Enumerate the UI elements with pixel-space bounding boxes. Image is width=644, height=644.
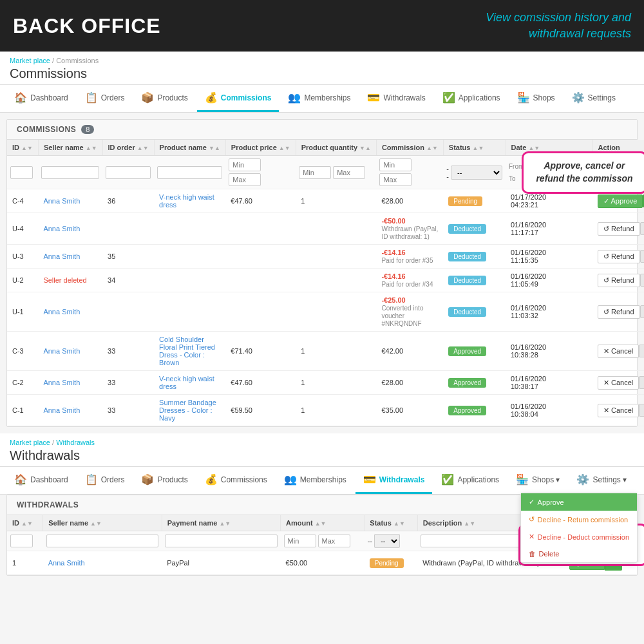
row-seller-link[interactable]: Anna Smith [43,308,80,316]
row-seller-link[interactable]: Anna Smith [43,379,80,386]
nav2-products[interactable]: 📦 Products [133,467,195,494]
action-group: ✕ Cancel ▼ [598,404,644,417]
filter-comm-min[interactable] [379,158,412,171]
breadcrumb-marketplace[interactable]: Market place [10,57,50,64]
nav2-settings[interactable]: ⚙️ Settings ▾ [569,467,634,494]
nav-shops-label: Shops [533,93,555,102]
filter-price-min[interactable] [229,158,261,171]
status-badge: Deducted [448,276,486,285]
filter-product[interactable] [157,166,222,179]
dropdown-approve[interactable]: ✓ Approve [521,493,637,511]
refund-dropdown-button[interactable]: ▼ [640,274,644,287]
filter-comm-max[interactable] [379,173,412,186]
nav2-applications[interactable]: ✅ Applications [433,467,507,494]
wrow-amount: €50.00 [281,551,365,575]
table-row: C-2 Anna Smith 33 V-neck high waist dres… [7,371,644,395]
row-id: C-1 [7,395,38,426]
refund-button[interactable]: ↺ Refund [598,274,640,287]
wcol-payment: Payment name ▲▼ [162,515,280,531]
breadcrumb-commissions: Commissions [56,57,99,64]
row-product-link[interactable]: V-neck high waist dress [159,375,214,390]
approve-button[interactable]: ✓ Approve [598,194,643,208]
nav-withdrawals[interactable]: 💳 Withdrawals [359,85,433,112]
breadcrumb: Market place / Commissions [10,57,634,64]
filter-order[interactable] [106,166,151,179]
col-order: ID order ▲▼ [102,140,154,156]
nav2-orders[interactable]: 📋 Orders [77,467,133,494]
row-seller-link[interactable]: Anna Smith [43,197,80,205]
dropdown-decline-deduct[interactable]: ✕ Decline - Deduct commission [521,528,637,545]
wfilter-amount-min[interactable] [284,535,316,547]
nav2-commissions[interactable]: 💰 Commissions [197,467,275,494]
filter-qty-max[interactable] [333,166,365,179]
row-product-link[interactable]: Summer Bandage Dresses - Color : Navy [159,399,216,422]
cancel-dropdown-button[interactable]: ▼ [639,404,644,417]
nav-orders[interactable]: 📋 Orders [77,85,133,112]
row-seller-link[interactable]: Anna Smith [43,347,80,355]
cancel-button[interactable]: ✕ Cancel [598,345,639,358]
nav2-commissions-label: Commissions [221,475,267,484]
refund-button[interactable]: ↺ Refund [598,222,640,236]
wfilter-status-select[interactable]: -- [374,534,400,548]
refund-dropdown-button[interactable]: ▼ [640,222,644,235]
row-date: 01/16/202011:03:32 [506,292,592,332]
nav-applications[interactable]: ✅ Applications [435,85,508,112]
wrow-id: 1 [7,551,43,575]
wfilter-amount-max[interactable] [318,535,350,547]
refund-button[interactable]: ↺ Refund [598,250,640,263]
table-row: U-4 Anna Smith -€50.00 Withdrawn (PayPal… [7,213,644,245]
nav-shops[interactable]: 🏪 Shops [509,85,563,112]
col-status: Status ▲▼ [443,140,506,156]
cancel-button[interactable]: ✕ Cancel [598,376,639,390]
row-price: €47.60 [225,189,296,213]
nav-commissions[interactable]: 💰 Commissions [197,85,279,112]
row-order [102,213,154,245]
row-seller-link[interactable]: Anna Smith [43,252,80,260]
row-qty [296,245,376,269]
action-group: ↺ Refund ▼ [598,222,644,236]
nav-dashboard-label: Dashboard [30,93,68,102]
row-seller-link[interactable]: Anna Smith [43,406,80,414]
breadcrumb-withdrawals[interactable]: Withdrawals [56,439,95,446]
row-date: 01/16/202010:38:04 [506,395,592,426]
dropdown-decline-return[interactable]: ↺ Decline - Return commission [521,511,637,528]
row-order: 34 [102,269,154,292]
cancel-dropdown-button[interactable]: ▼ [639,345,644,357]
breadcrumb-marketplace-2[interactable]: Market place [10,439,50,446]
dropdown-delete[interactable]: 🗑 Delete [521,545,637,562]
nav2-memberships[interactable]: 👥 Memberships [276,467,354,494]
refund-dropdown-button[interactable]: ▼ [640,305,644,318]
filter-qty-min[interactable] [299,166,331,179]
wfilter-seller[interactable] [46,535,158,547]
refund-button[interactable]: ↺ Refund [598,305,640,319]
nav2-shops-label: Shops ▾ [532,475,560,484]
filter-price-max[interactable] [229,173,261,186]
nav2-orders-label: Orders [101,475,125,484]
wfilter-payment[interactable] [165,535,277,547]
nav-products[interactable]: 📦 Products [133,85,195,112]
row-qty [296,269,376,292]
nav-orders-label: Orders [101,93,125,102]
refund-dropdown-button[interactable]: ▼ [640,250,644,263]
nav2-withdrawals[interactable]: 💳 Withdrawals [355,467,433,494]
nav2-dashboard[interactable]: 🏠 Dashboard [6,467,76,494]
row-order: 33 [102,371,154,395]
filter-id[interactable] [10,166,33,179]
wrow-seller-link[interactable]: Anna Smith [48,559,85,567]
row-seller-link[interactable]: Anna Smith [43,225,80,232]
withdrawals-breadcrumb: Market place / Withdrawals [10,439,634,446]
row-id: C-4 [7,189,38,213]
nav-settings[interactable]: ⚙️ Settings [564,85,623,112]
filter-seller[interactable] [41,166,99,179]
wfilter-id[interactable] [10,535,33,547]
nav-dashboard[interactable]: 🏠 Dashboard [6,85,76,112]
cancel-button[interactable]: ✕ Cancel [598,404,639,417]
filter-status-select[interactable]: -- Pending Approved Deducted [451,166,502,180]
row-product-link[interactable]: Cold Shoulder Floral Print Tiered Dress … [159,336,215,366]
row-product-link[interactable]: V-neck high waist dress [159,193,214,209]
withdrawals-wrapper: WITHDRAWALS ID ▲▼ Seller name ▲▼ Payment… [0,495,644,576]
nav-memberships[interactable]: 👥 Memberships [280,85,358,112]
cancel-dropdown-button[interactable]: ▼ [639,376,644,389]
nav2-shops[interactable]: 🏪 Shops ▾ [508,467,567,494]
row-commission: €28.00 [376,371,443,395]
